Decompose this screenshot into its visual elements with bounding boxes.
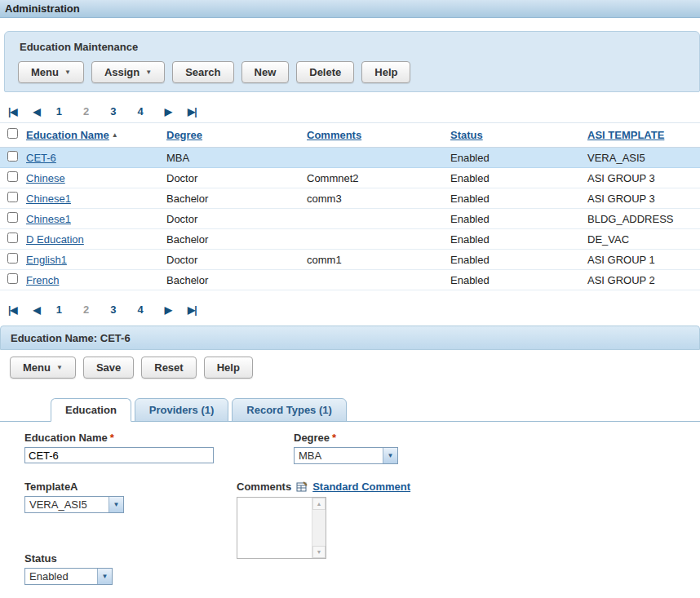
new-button[interactable]: New [241,61,290,83]
col-header-degree[interactable]: Degree [166,129,202,141]
education-name-link[interactable]: English1 [26,254,67,266]
pager-bottom: |◀ ◀ 1 2 3 4 ▶ ▶| [8,303,700,316]
prev-page-icon[interactable]: ◀ [33,106,40,117]
education-name-link[interactable]: D Education [26,233,84,246]
delete-button[interactable]: Delete [296,61,354,83]
row-checkbox[interactable] [7,151,18,162]
education-form: Education Name* Degree* MBA ▼ TemplateA … [0,421,700,589]
tab-providers[interactable]: Providers (1) [135,398,228,422]
first-page-icon[interactable]: |◀ [8,106,17,117]
table-row[interactable]: CET-6 MBA Enabled VERA_ASI5 [0,148,700,168]
page-1-link[interactable]: 1 [56,303,62,316]
degree-cell: Doctor [163,250,303,270]
education-name-label: Education Name* [24,432,214,444]
scroll-down-icon[interactable]: ▼ [312,546,326,558]
required-marker: * [332,432,336,444]
menu-button[interactable]: Menu ▼ [18,61,84,83]
comments-textarea[interactable]: ▲ ▼ [237,497,326,559]
row-checkbox[interactable] [7,171,18,182]
row-checkbox[interactable] [7,192,18,202]
page-4-link[interactable]: 4 [138,303,144,316]
education-name-link[interactable]: CET-6 [26,152,56,164]
degree-cell: Bachelor [163,270,303,290]
education-name-input[interactable] [24,447,214,463]
scroll-up-icon[interactable]: ▲ [312,498,326,510]
last-page-icon[interactable]: ▶| [188,304,197,316]
reset-button-label: Reset [154,361,183,374]
col-header-asi-template[interactable]: ASI TEMPLATE [587,129,664,141]
table-row[interactable]: D Education Bachelor Enabled DE_VAC [0,229,700,250]
required-marker: * [110,432,114,444]
page-3-link[interactable]: 3 [110,105,116,117]
textarea-scrollbar[interactable]: ▲ ▼ [312,498,326,558]
assign-button-label: Assign [104,66,140,78]
sort-asc-icon: ▲ [112,131,118,139]
next-page-icon[interactable]: ▶ [165,106,171,117]
tab-education[interactable]: Education [51,398,131,422]
table-row[interactable]: English1 Doctor comm1 Enabled ASI GROUP … [0,250,700,270]
standard-comment-link[interactable]: Standard Comment [312,481,410,493]
help-button-label: Help [374,66,397,78]
col-header-label: Status [450,129,483,141]
assign-button[interactable]: Assign ▼ [91,61,165,83]
comments-cell: comm3 [303,188,447,209]
delete-button-label: Delete [309,66,341,78]
next-page-icon[interactable]: ▶ [165,304,171,316]
page-3-link[interactable]: 3 [110,303,116,316]
col-header-label: Comments [307,129,361,141]
education-name-link[interactable]: Chinese1 [26,193,71,205]
table-row[interactable]: Chinese1 Bachelor comm3 Enabled ASI GROU… [0,188,700,209]
reset-button[interactable]: Reset [141,357,196,379]
table-row[interactable]: Chinese Doctor Commnet2 Enabled ASI GROU… [0,168,700,188]
col-header-comments[interactable]: Comments [307,129,361,141]
label-text: Education Name [24,432,108,444]
col-header-status[interactable]: Status [450,129,483,141]
new-button-label: New [255,66,277,78]
first-page-icon[interactable]: |◀ [8,304,17,316]
comments-cell: comm1 [303,250,447,270]
detail-help-button[interactable]: Help [204,357,253,379]
education-name-link[interactable]: Chinese [26,172,65,184]
tab-record-types[interactable]: Record Types (1) [232,398,347,422]
row-checkbox[interactable] [7,273,18,284]
degree-cell: Bachelor [163,188,303,209]
status-cell: Enabled [447,148,584,168]
tab-label: Education [65,404,117,416]
page-4-link[interactable]: 4 [138,105,144,117]
col-header-label: Degree [166,129,202,141]
table-header-row: Education Name▲ Degree Comments Status A… [0,123,700,148]
template-select[interactable]: VERA_ASI5 ▼ [24,496,124,513]
row-checkbox[interactable] [7,212,18,223]
prev-page-icon[interactable]: ◀ [33,304,40,316]
status-select[interactable]: Enabled ▼ [24,568,113,585]
last-page-icon[interactable]: ▶| [188,106,197,117]
tab-label: Providers (1) [149,404,214,416]
education-name-link[interactable]: French [26,274,59,286]
template-cell: BLDG_ADDRESS [584,209,700,229]
pager-top: |◀ ◀ 1 2 3 4 ▶ ▶| [8,105,700,117]
menu-button-label: Menu [23,361,51,374]
save-button[interactable]: Save [83,357,134,379]
education-name-link[interactable]: Chinese1 [26,213,71,225]
detail-menu-button[interactable]: Menu ▼ [10,357,76,379]
dropdown-arrow-icon: ▼ [56,364,63,371]
search-button[interactable]: Search [172,61,233,83]
degree-cell: Bachelor [163,229,303,250]
comments-label: Comments [237,481,291,493]
comments-cell: Commnet2 [303,168,447,188]
row-checkbox[interactable] [7,233,18,243]
select-all-checkbox[interactable] [7,128,18,139]
degree-cell: Doctor [163,209,303,229]
degree-select[interactable]: MBA ▼ [294,447,398,464]
row-checkbox[interactable] [7,253,18,264]
page-1-link[interactable]: 1 [56,105,62,117]
status-cell: Enabled [447,250,584,270]
help-button[interactable]: Help [361,61,410,83]
standard-comment-icon[interactable] [296,481,308,493]
status-cell: Enabled [447,168,584,188]
table-row[interactable]: French Bachelor Enabled ASI GROUP 2 [0,270,700,290]
template-select-value: VERA_ASI5 [25,497,109,512]
col-header-education-name[interactable]: Education Name [26,129,109,141]
status-label: Status [24,552,113,565]
table-row[interactable]: Chinese1 Doctor Enabled BLDG_ADDRESS [0,209,700,229]
